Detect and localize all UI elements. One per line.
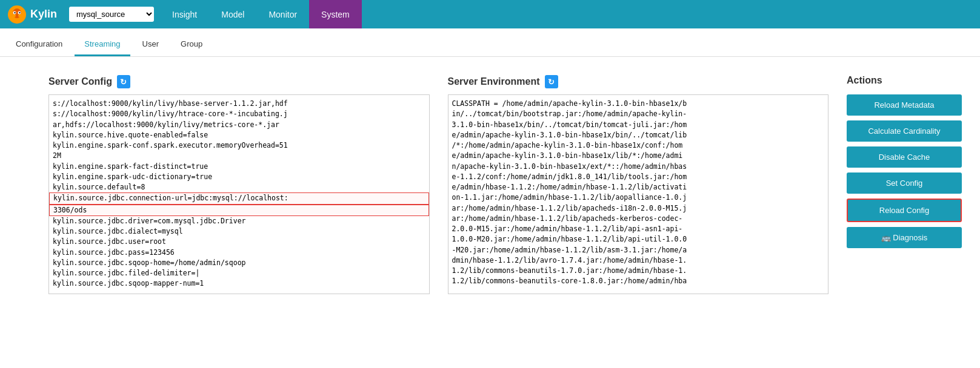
nav-system[interactable]: System xyxy=(309,0,362,28)
server-env-text[interactable]: CLASSPATH = /home/admin/apache-kylin-3.1… xyxy=(448,94,829,294)
nav-menu: Insight Model Monitor System xyxy=(160,0,362,28)
actions-title: Actions xyxy=(847,75,968,86)
logo-area: Kylin xyxy=(0,5,64,24)
sub-tabs: Configuration Streaming User Group xyxy=(0,28,980,57)
tab-configuration[interactable]: Configuration xyxy=(6,33,72,56)
server-config-title: Server Config ↻ xyxy=(48,75,430,88)
server-config-refresh-icon[interactable]: ↻ xyxy=(117,75,130,88)
app-title: Kylin xyxy=(30,8,57,21)
server-config-panel: Server Config ↻ s://localhost:9000/kylin… xyxy=(48,75,430,356)
server-env-refresh-icon[interactable]: ↻ xyxy=(545,75,558,88)
nav-insight[interactable]: Insight xyxy=(160,0,209,28)
project-selector[interactable]: mysql_source xyxy=(69,7,154,22)
calculate-cardinality-button[interactable]: Calculate Cardinality xyxy=(847,120,962,142)
server-env-title: Server Environment ↻ xyxy=(448,75,829,88)
tab-streaming[interactable]: Streaming xyxy=(75,33,130,56)
svg-point-7 xyxy=(19,12,20,13)
tab-user[interactable]: User xyxy=(133,33,168,56)
actions-area: Actions Reload Metadata Calculate Cardin… xyxy=(847,75,968,356)
top-nav: Kylin mysql_source Insight Model Monitor… xyxy=(0,0,980,28)
nav-model[interactable]: Model xyxy=(209,0,256,28)
server-config-text[interactable]: s://localhost:9000/kylin/livy/hbase-serv… xyxy=(48,94,430,294)
disable-cache-button[interactable]: Disable Cache xyxy=(847,146,962,168)
main-content: Server Config ↻ s://localhost:9000/kylin… xyxy=(0,57,980,368)
server-config-box: s://localhost:9000/kylin/livy/hbase-serv… xyxy=(48,94,430,294)
nav-monitor[interactable]: Monitor xyxy=(256,0,309,28)
server-env-panel: Server Environment ↻ CLASSPATH = /home/a… xyxy=(448,75,829,356)
tab-group[interactable]: Group xyxy=(171,33,212,56)
svg-point-6 xyxy=(14,12,15,13)
set-config-button[interactable]: Set Config xyxy=(847,172,962,194)
reload-metadata-button[interactable]: Reload Metadata xyxy=(847,94,962,116)
reload-config-button[interactable]: Reload Config xyxy=(847,199,962,222)
diagnosis-button[interactable]: 🚌 Diagnosis xyxy=(847,227,962,248)
kylin-logo-icon xyxy=(7,5,27,24)
